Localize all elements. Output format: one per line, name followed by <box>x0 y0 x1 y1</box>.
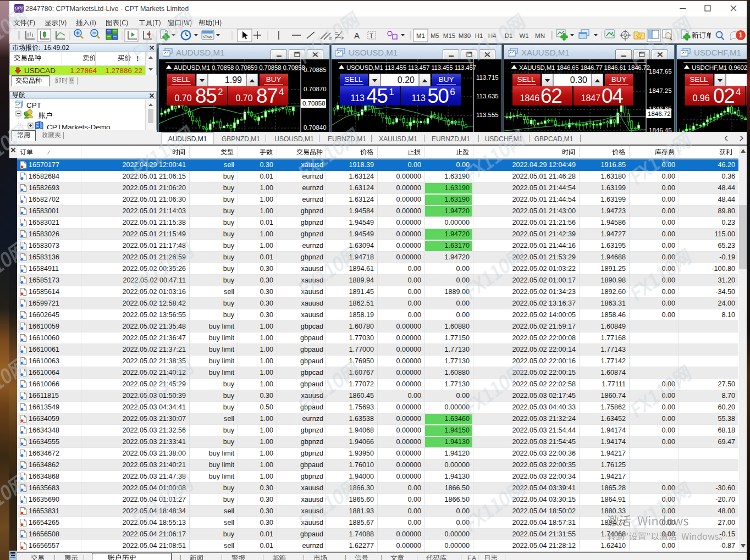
svg-text:MN: MN <box>535 32 545 39</box>
svg-text:H4: H4 <box>488 32 497 39</box>
svg-text:M5: M5 <box>431 32 439 39</box>
svg-text:D1: D1 <box>505 32 513 39</box>
svg-text:M15: M15 <box>443 32 455 39</box>
svg-text:W1: W1 <box>519 32 528 39</box>
svg-text:A: A <box>354 31 360 40</box>
svg-text:H1: H1 <box>475 32 483 39</box>
svg-text:M30: M30 <box>459 32 471 39</box>
svg-text:M1: M1 <box>416 32 425 39</box>
svg-text:F: F <box>341 37 344 41</box>
svg-text:T: T <box>370 32 373 39</box>
svg-text:E: E <box>329 37 332 41</box>
